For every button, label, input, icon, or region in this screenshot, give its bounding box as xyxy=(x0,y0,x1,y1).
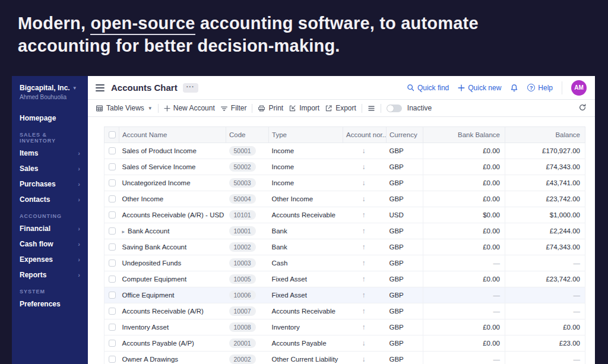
column-header-balance[interactable]: Balance xyxy=(505,127,585,143)
row-checkbox[interactable] xyxy=(109,276,116,283)
row-checkbox-cell xyxy=(104,319,119,335)
account-name[interactable]: Accounts Payable (A/P) xyxy=(122,340,194,347)
select-all-checkbox[interactable] xyxy=(109,131,116,138)
sidebar-nav: HomepageSALES & INVENTORYItems›Sales›Pur… xyxy=(12,110,88,312)
account-name[interactable]: Uncategorized Income xyxy=(122,179,191,186)
refresh-button[interactable] xyxy=(578,103,587,113)
table-row[interactable]: Saving Bank Account10002Bank↑GBP£0.00£74… xyxy=(104,239,585,255)
account-code-badge: 10006 xyxy=(229,290,256,300)
account-name[interactable]: Sales of Service Income xyxy=(122,163,196,170)
hero-open-source-link[interactable]: open-source xyxy=(90,14,195,35)
sidebar-item-sales[interactable]: Sales› xyxy=(12,161,88,176)
row-checkbox[interactable] xyxy=(109,324,116,331)
user-avatar[interactable]: AM xyxy=(571,80,587,96)
row-checkbox[interactable] xyxy=(109,211,116,219)
sidebar-item-items[interactable]: Items› xyxy=(12,145,88,161)
column-header-type[interactable]: Type xyxy=(269,127,343,143)
row-checkbox-cell xyxy=(104,143,119,159)
sidebar-item-contacts[interactable]: Contacts› xyxy=(12,192,88,207)
account-name[interactable]: Other Income xyxy=(122,195,164,202)
account-normal-cell: ↑ xyxy=(343,239,387,255)
quick-new-button[interactable]: Quick new xyxy=(458,84,501,92)
account-name[interactable]: Accounts Receivable (A/R) xyxy=(122,308,204,315)
sidebar-item-cash-flow[interactable]: Cash flow› xyxy=(12,236,88,252)
row-checkbox[interactable] xyxy=(109,179,116,186)
account-name-cell: Accounts Receivable (A/R) xyxy=(119,303,226,319)
notifications-button[interactable] xyxy=(510,84,518,92)
balance: £23.00 xyxy=(505,335,585,352)
row-checkbox[interactable] xyxy=(109,243,116,251)
row-checkbox[interactable] xyxy=(109,147,116,154)
table-row[interactable]: Undeposited Funds10003Cash↑GBP—— xyxy=(104,255,585,271)
arrow-down-icon: ↓ xyxy=(362,195,366,203)
row-checkbox[interactable] xyxy=(109,195,116,202)
table-row[interactable]: Office Equipment10006Fixed Asset↑GBP—— xyxy=(104,287,585,303)
account-name[interactable]: Inventory Asset xyxy=(122,324,169,331)
account-name-cell: Saving Bank Account xyxy=(119,239,226,255)
table-row[interactable]: Sales of Product Income50001Income↓GBP£0… xyxy=(104,143,585,159)
filter-button[interactable]: Filter xyxy=(220,104,247,112)
more-options-button[interactable]: ··· xyxy=(183,83,198,93)
account-name[interactable]: Owner A Drawings xyxy=(122,356,179,363)
account-name[interactable]: Sales of Product Income xyxy=(122,147,197,154)
account-name[interactable]: Bank Account xyxy=(128,227,169,235)
quick-new-label: Quick new xyxy=(468,84,501,92)
table-row[interactable]: Computer Equipment10005Fixed Asset↑GBP£0… xyxy=(104,271,585,287)
column-header-account-normal[interactable]: Account nor... xyxy=(343,127,387,143)
row-density-button[interactable] xyxy=(368,105,375,112)
row-checkbox[interactable] xyxy=(109,227,116,235)
row-checkbox[interactable] xyxy=(109,163,116,170)
table-row[interactable]: Accounts Receivable (A/R)10007Accounts R… xyxy=(104,303,585,319)
bank-balance: $0.00 xyxy=(423,207,505,223)
table-views-button[interactable]: Table Views ▼ xyxy=(96,104,153,112)
table-row[interactable]: Other Income50004Other Income↓GBP£0.00£2… xyxy=(104,191,585,207)
row-checkbox[interactable] xyxy=(109,356,116,363)
row-checkbox[interactable] xyxy=(109,308,116,315)
row-checkbox-cell xyxy=(104,191,119,207)
table-row[interactable]: Sales of Service Income50002Income↓GBP£0… xyxy=(104,159,585,175)
sidebar-item-financial[interactable]: Financial› xyxy=(12,221,88,236)
import-button[interactable]: Import xyxy=(289,104,319,112)
row-checkbox[interactable] xyxy=(109,340,116,347)
account-code-badge: 10001 xyxy=(229,226,256,236)
table-row[interactable]: Owner A Drawings20002Other Current Liabi… xyxy=(104,352,585,364)
sidebar-item-expenses[interactable]: Expenses› xyxy=(12,252,88,267)
organization-switcher[interactable]: Bigcapital, Inc. ▼ xyxy=(12,84,88,92)
row-checkbox-cell xyxy=(104,335,119,352)
table-row[interactable]: Accounts Payable (A/P)20001Accounts Paya… xyxy=(104,335,585,352)
plus-icon xyxy=(164,105,170,112)
sidebar-item-reports[interactable]: Reports› xyxy=(12,267,88,283)
new-account-button[interactable]: New Account xyxy=(164,104,215,112)
sidebar-item-purchases[interactable]: Purchases› xyxy=(12,176,88,192)
row-checkbox[interactable] xyxy=(109,292,116,299)
table-row[interactable]: ▸Bank Account10001Bank↑GBP£0.00£2,244.00 xyxy=(104,223,585,239)
row-checkbox-cell xyxy=(104,255,119,271)
sidebar-item-preferences[interactable]: Preferences xyxy=(12,296,88,312)
print-button[interactable]: Print xyxy=(258,104,283,112)
table-row[interactable]: Uncategorized Income50003Income↓GBP£0.00… xyxy=(104,175,585,191)
help-button[interactable]: ? Help xyxy=(527,84,553,92)
inactive-toggle[interactable] xyxy=(387,105,402,112)
sidebar-toggle-icon[interactable] xyxy=(96,84,104,91)
sidebar-item-label: Sales xyxy=(20,164,38,173)
column-header-currency[interactable]: Currency xyxy=(387,127,423,143)
column-header-account-name[interactable]: Account Name xyxy=(119,127,226,143)
account-name[interactable]: Office Equipment xyxy=(122,292,175,299)
balance: £23,742.00 xyxy=(505,271,585,287)
sidebar-item-homepage[interactable]: Homepage xyxy=(12,110,88,126)
expand-icon[interactable]: ▸ xyxy=(122,229,125,235)
account-name[interactable]: Computer Equipment xyxy=(122,276,187,283)
account-name[interactable]: Saving Bank Account xyxy=(122,243,187,251)
account-code-badge: 50004 xyxy=(229,194,256,204)
account-currency: GBP xyxy=(387,143,423,159)
column-header-bank-balance[interactable]: Bank Balance xyxy=(423,127,505,143)
row-checkbox[interactable] xyxy=(109,259,116,267)
account-name[interactable]: Undeposited Funds xyxy=(122,259,182,267)
account-type: Income xyxy=(269,175,343,191)
export-button[interactable]: Export xyxy=(325,104,356,112)
account-name[interactable]: Accounts Receivable (A/R) - USD xyxy=(122,211,224,219)
table-row[interactable]: Accounts Receivable (A/R) - USD10101Acco… xyxy=(104,207,585,223)
column-header-code[interactable]: Code xyxy=(226,127,269,143)
quick-find-button[interactable]: Quick find xyxy=(407,84,449,92)
table-row[interactable]: Inventory Asset10008Inventory↑GBP£0.00£0… xyxy=(104,319,585,335)
